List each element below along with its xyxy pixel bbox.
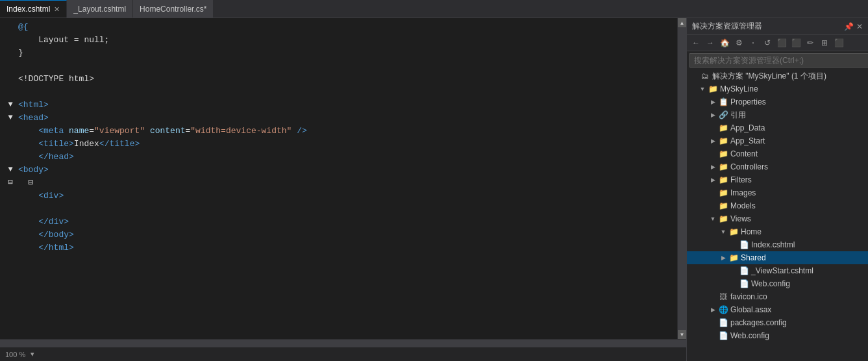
forward-btn[interactable]: → bbox=[704, 36, 717, 49]
tab-label: _Layout.cshtml bbox=[73, 5, 126, 14]
tree-arrow[interactable]: ▶ bbox=[708, 305, 718, 315]
settings-btn[interactable]: ⚙ bbox=[732, 36, 745, 49]
tree-arrow[interactable]: ▶ bbox=[708, 97, 718, 107]
code-line: <div> bbox=[0, 190, 677, 203]
solution-panel: 解决方案资源管理器 📌 ✕ ← → 🏠 ⚙ · ↺ ⬛ ⬛ ✏ ⊞ ⬛ 🗂解决方… bbox=[686, 18, 868, 361]
tree-item[interactable]: ▶ 📁 Controllers bbox=[687, 160, 868, 173]
tree-arrow[interactable]: ▼ bbox=[708, 214, 718, 224]
tree-arrow[interactable]: ▶ bbox=[708, 175, 718, 185]
tree-arrow[interactable] bbox=[728, 240, 739, 250]
dot-btn[interactable]: · bbox=[747, 36, 760, 49]
solution-title: 解决方案资源管理器 bbox=[692, 21, 762, 32]
tree-arrow[interactable] bbox=[708, 123, 718, 133]
tree-arrow[interactable] bbox=[728, 279, 739, 289]
tree-item[interactable]: ▼ 📁 Views bbox=[687, 212, 868, 225]
line-content: <div> bbox=[18, 190, 672, 203]
tree-item[interactable]: 📄 Index.cshtml bbox=[687, 238, 868, 251]
code-line: </div> bbox=[0, 216, 677, 229]
tree-icon: 📄 bbox=[739, 266, 749, 276]
code-line bbox=[0, 60, 677, 73]
btn6[interactable]: ⬛ bbox=[775, 36, 788, 49]
code-line: </html> bbox=[0, 242, 677, 255]
tree-label: Images bbox=[730, 188, 868, 197]
tree-icon: 📄 bbox=[718, 317, 728, 328]
tree-item[interactable]: ▼ 📁 Home bbox=[687, 225, 868, 238]
tab-close-icon[interactable]: ✕ bbox=[54, 5, 60, 14]
scroll-track[interactable] bbox=[678, 27, 686, 330]
code-area[interactable]: @{ Layout = null;}<!DOCTYPE html>▼<html>… bbox=[0, 18, 677, 339]
tree-item[interactable]: ▶ 🌐 Global.asax bbox=[687, 303, 868, 316]
code-line: ⊟ ⊟ bbox=[0, 177, 677, 190]
line-content: </body> bbox=[18, 229, 672, 242]
tree-item[interactable]: ▶ 📋 Properties bbox=[687, 95, 868, 108]
scroll-up-btn[interactable]: ▲ bbox=[678, 18, 687, 27]
solution-root[interactable]: 🗂解决方案 "MySkyLine" (1 个项目) bbox=[687, 69, 868, 82]
tree-arrow[interactable]: ▶ bbox=[708, 110, 718, 120]
tree-arrow[interactable] bbox=[708, 201, 718, 211]
tree-label: Index.cshtml bbox=[751, 240, 868, 249]
tree-label: Controllers bbox=[730, 162, 868, 171]
close-panel-icon[interactable]: ✕ bbox=[856, 22, 863, 31]
right-scrollbar[interactable]: ▲ ▼ bbox=[677, 18, 686, 339]
expand-indicator[interactable]: ▼ bbox=[5, 164, 16, 175]
tree-icon: 📋 bbox=[718, 97, 728, 107]
zoom-icon[interactable]: ▾ bbox=[31, 350, 34, 358]
home-btn[interactable]: 🏠 bbox=[718, 36, 731, 49]
solution-search-input[interactable] bbox=[689, 53, 868, 68]
add-btn[interactable]: ⊞ bbox=[818, 36, 831, 49]
scroll-down-btn[interactable]: ▼ bbox=[678, 330, 687, 339]
tree-item[interactable]: 📄 Web.config bbox=[687, 329, 868, 342]
tree-item[interactable]: 📄 _ViewStart.cshtml bbox=[687, 264, 868, 277]
h-scrollbar[interactable] bbox=[0, 339, 686, 347]
main-area: @{ Layout = null;}<!DOCTYPE html>▼<html>… bbox=[0, 18, 868, 361]
tree-item[interactable]: 📁 Models bbox=[687, 199, 868, 212]
tree-arrow[interactable]: ▶ bbox=[708, 136, 718, 146]
tree-item[interactable]: 📁 Content bbox=[687, 147, 868, 160]
expand-indicator[interactable]: ▼ bbox=[5, 99, 16, 110]
line-content: </html> bbox=[18, 242, 672, 255]
edit-btn[interactable]: ✏ bbox=[804, 36, 817, 49]
solution-arrow bbox=[689, 71, 700, 81]
tab-layout-cshtml[interactable]: _Layout.cshtml bbox=[67, 0, 133, 18]
tab-index-cshtml[interactable]: Index.cshtml ✕ bbox=[0, 0, 67, 18]
tree-arrow[interactable]: ▼ bbox=[718, 227, 728, 237]
tab-homecontroller-cs[interactable]: HomeController.cs* bbox=[133, 0, 214, 18]
tree-item[interactable]: 📄 packages.config bbox=[687, 316, 868, 329]
tree-item[interactable]: ▶ 📁 Shared bbox=[687, 251, 868, 264]
tree-arrow[interactable] bbox=[708, 330, 718, 341]
pin-icon[interactable]: 📌 bbox=[844, 22, 854, 31]
line-content: ⊟ bbox=[18, 177, 672, 190]
tree-item[interactable]: 🖼 favicon.ico bbox=[687, 290, 868, 303]
tree-icon: 📁 bbox=[728, 253, 739, 263]
back-btn[interactable]: ← bbox=[689, 36, 702, 49]
tree-icon: 📁 bbox=[718, 175, 728, 185]
tree-label: favicon.ico bbox=[730, 292, 868, 301]
tree-arrow[interactable]: ▶ bbox=[718, 253, 728, 263]
btn9[interactable]: ⬛ bbox=[832, 36, 845, 49]
tree-label: Shared bbox=[741, 253, 868, 262]
tree-arrow[interactable] bbox=[708, 188, 718, 198]
tree-arrow[interactable] bbox=[708, 292, 718, 302]
expand-indicator[interactable]: ▼ bbox=[5, 112, 16, 123]
btn7[interactable]: ⬛ bbox=[789, 36, 802, 49]
tree-arrow[interactable]: ▼ bbox=[697, 84, 708, 94]
tree-item[interactable]: ▼ 📁 MySkyLine bbox=[687, 82, 868, 95]
tree-item[interactable]: ▶ 🔗 引用 bbox=[687, 108, 868, 121]
tree-label: Filters bbox=[730, 175, 868, 184]
tree-item[interactable]: ▶ 📁 App_Start bbox=[687, 134, 868, 147]
tree-arrow[interactable] bbox=[728, 266, 739, 276]
tree-arrow[interactable] bbox=[708, 317, 718, 328]
tree-item[interactable]: 📁 App_Data bbox=[687, 121, 868, 134]
tree-item[interactable]: 📁 Images bbox=[687, 186, 868, 199]
tree-item[interactable]: ▶ 📁 Filters bbox=[687, 173, 868, 186]
tree-arrow[interactable] bbox=[708, 149, 718, 159]
tree-label: Properties bbox=[730, 97, 868, 106]
tree-label: Global.asax bbox=[730, 305, 868, 314]
code-line bbox=[0, 203, 677, 216]
tree-item[interactable]: 📄 Web.config bbox=[687, 277, 868, 290]
refresh-btn[interactable]: ↺ bbox=[761, 36, 774, 49]
line-content: <html> bbox=[18, 99, 672, 112]
expand-indicator[interactable]: ⊟ bbox=[5, 177, 16, 188]
line-content: } bbox=[18, 47, 672, 60]
tree-arrow[interactable]: ▶ bbox=[708, 162, 718, 172]
